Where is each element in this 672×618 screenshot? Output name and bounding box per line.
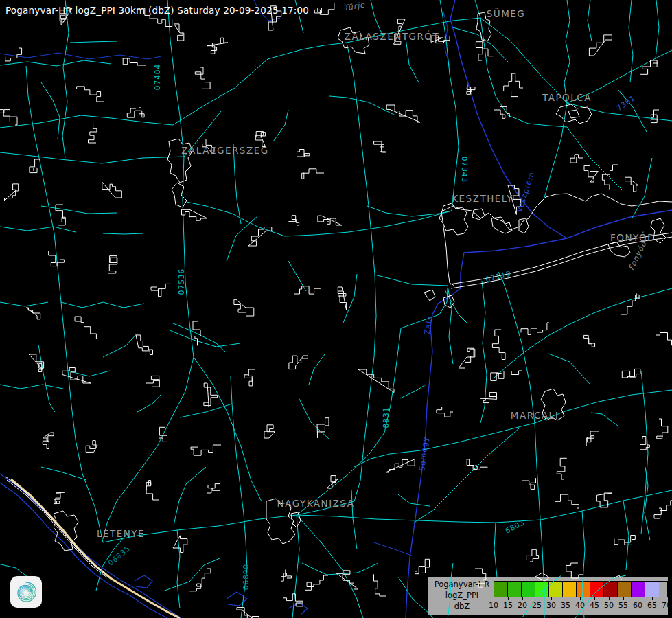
settlement-outline (651, 110, 659, 123)
road-line (498, 272, 535, 423)
road-line (0, 152, 184, 163)
road-number-label: 07119 (485, 268, 512, 284)
settlement-outline (358, 369, 394, 393)
settlement-outline (5, 184, 19, 201)
road-line (309, 354, 325, 385)
settlement-outline (584, 165, 598, 182)
settlement-outline (289, 356, 308, 369)
settlement-outline (56, 205, 65, 225)
road-line (591, 413, 618, 426)
road-line (288, 261, 306, 291)
settlement-outline (467, 459, 487, 470)
settlement-outline (207, 38, 228, 54)
road-line (103, 333, 137, 357)
settlement-outline (237, 608, 259, 618)
settlement-outline (555, 494, 579, 508)
settlement-outline (640, 437, 650, 450)
settlement-outline (654, 501, 672, 518)
town-label: NAGYKANIZSA (277, 498, 355, 509)
road-line (522, 575, 561, 618)
settlement-outline (374, 141, 386, 152)
settlement-outline (151, 284, 170, 296)
settlement-outline (459, 348, 475, 368)
road-line (398, 494, 430, 506)
road-line (544, 103, 567, 198)
settlement-outline (584, 335, 595, 347)
settlement-outline (294, 286, 321, 294)
settlement-outline (467, 85, 475, 95)
settlement-outline (614, 536, 635, 545)
road-line (167, 0, 184, 157)
road-line (70, 41, 117, 43)
met-logo (10, 576, 42, 608)
settlement-outline (386, 459, 415, 472)
settlement-outline (43, 433, 54, 449)
road-line (0, 302, 48, 306)
settlement-outline (640, 60, 658, 74)
road-line (400, 385, 426, 398)
settlement-outline (556, 104, 592, 124)
road-line (187, 202, 452, 236)
settlement-outline (305, 575, 328, 590)
settlement-outline (415, 559, 430, 573)
road-line (494, 324, 570, 378)
road-line (41, 467, 86, 480)
settlement-outline (657, 419, 668, 439)
river-line (288, 603, 308, 615)
road-line (641, 371, 648, 534)
settlement-outline (492, 330, 505, 360)
settlement-outline (244, 369, 255, 386)
town-label: TAPOLCA (542, 92, 592, 103)
road-line (41, 206, 117, 214)
river-line (443, 10, 450, 69)
settlement-outline (54, 492, 65, 504)
road-line (390, 423, 535, 454)
road-line (440, 0, 459, 211)
road-line (329, 96, 395, 115)
road-line (297, 515, 363, 618)
settlement-outline (86, 441, 97, 453)
road-line (570, 288, 672, 324)
road-number-label: 06890 (242, 564, 250, 590)
road-line (447, 563, 453, 618)
road-line (632, 158, 652, 218)
spiral-icon (10, 576, 42, 608)
settlement-outline (568, 110, 579, 118)
settlement-outline (182, 209, 208, 220)
road-line (297, 43, 376, 515)
settlement-outline (494, 106, 509, 118)
settlement-outline (136, 335, 153, 355)
settlement-outline (174, 24, 183, 41)
road-line (103, 233, 143, 234)
settlement-outline (102, 182, 122, 198)
road-number-label: 7301 (615, 93, 637, 112)
settlement-outline (0, 110, 17, 125)
settlement-outline (480, 393, 497, 403)
road-line (0, 385, 63, 389)
settlement-outline (589, 35, 612, 56)
road-line (0, 60, 111, 66)
region-label: Türje (343, 0, 367, 12)
settlement-outline (234, 299, 254, 316)
settlement-outline (302, 169, 324, 179)
settlement-outline (622, 369, 640, 378)
settlement-outline (521, 323, 549, 334)
road-line (68, 371, 110, 376)
settlement-outline (26, 308, 40, 319)
road-line (629, 0, 633, 82)
map-title: Poganyvar-HR logZ_PPI 30km (dbZ) Saturda… (5, 5, 309, 16)
settlement-outline (297, 150, 310, 157)
road-line (588, 0, 592, 41)
road-line (177, 530, 180, 608)
river-line (135, 575, 152, 588)
road-line (567, 127, 623, 191)
settlement-outline (621, 293, 639, 314)
settlement-outline (535, 573, 549, 581)
settlement-outline (146, 376, 159, 387)
road-line (227, 216, 258, 261)
region-label: Zala (423, 314, 435, 335)
region-label: Fonyód (627, 239, 649, 272)
settlement-outline (173, 536, 187, 553)
road-line (172, 323, 226, 352)
settlement-outline (338, 287, 346, 310)
